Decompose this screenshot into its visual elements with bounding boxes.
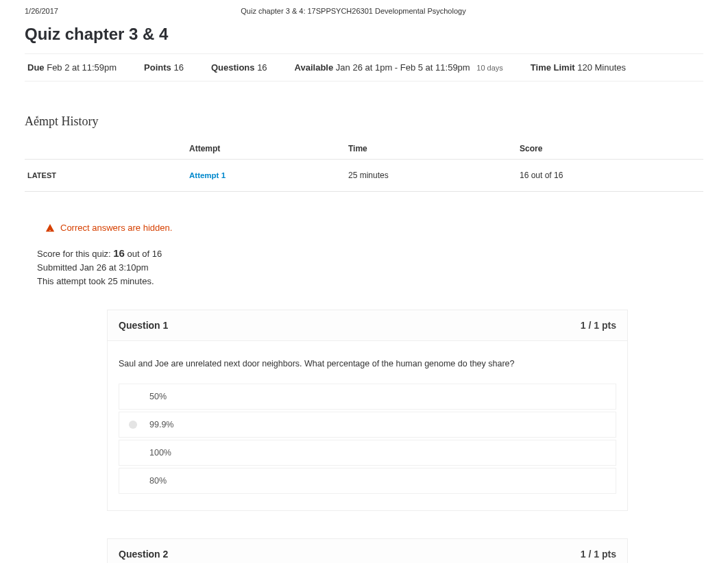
meta-available-value: Jan 26 at 1pm ­- Feb 5 at 11:59pm <box>336 62 470 73</box>
meta-points: Points 16 <box>144 62 184 73</box>
meta-timelimit: Time Limit 120 Minutes <box>531 62 626 73</box>
col-score: Score <box>517 138 703 160</box>
meta-due-label: Due <box>27 62 45 73</box>
duration-line: This attempt took 25 minutes. <box>37 275 703 288</box>
col-time: Time <box>345 138 517 160</box>
col-blank <box>25 138 186 160</box>
question-body: Saul and Joe are unrelated next door nei… <box>108 341 627 510</box>
hidden-answers-banner: Correct answers are hidden. <box>45 223 703 233</box>
score-suffix: out of 16 <box>125 249 162 259</box>
question-text: Saul and Joe are unrelated next door nei… <box>119 359 616 368</box>
meta-available: Available Jan 26 at 1pm ­- Feb 5 at 11:5… <box>295 62 503 73</box>
meta-available-label: Available <box>295 62 334 73</box>
attempt-time: 25 minutes <box>345 160 517 192</box>
meta-points-label: Points <box>144 62 171 73</box>
question-points: 1 / 1 pts <box>581 549 616 560</box>
answer-option[interactable]: 99.9% <box>119 412 616 438</box>
header-spacer <box>648 7 703 15</box>
question-card: Question 21 / 1 pts <box>107 538 628 563</box>
quiz-meta-bar: Due Feb 2 at 11:59pm Points 16 Questions… <box>25 53 703 82</box>
meta-timelimit-value: 120 Minutes <box>577 62 626 73</box>
warning-icon <box>45 223 55 233</box>
print-date: 1/26/2017 <box>25 7 58 15</box>
score-value: 16 <box>113 247 125 259</box>
latest-label: LATEST <box>25 160 186 192</box>
score-summary: Score for this quiz: 16 out of 16 Submit… <box>37 245 703 289</box>
meta-points-value: 16 <box>173 62 183 73</box>
meta-due: Due Feb 2 at 11:59pm <box>27 62 117 73</box>
answer-option[interactable]: 50% <box>119 384 616 410</box>
meta-due-value: Feb 2 at 11:59pm <box>47 62 117 73</box>
meta-available-sub: 10 days <box>476 64 503 72</box>
answer-list: 50%99.9%100%80% <box>119 384 616 494</box>
answer-option[interactable]: 100% <box>119 440 616 466</box>
submitted-line: Submitted Jan 26 at 3:10pm <box>37 261 703 275</box>
answer-option[interactable]: 80% <box>119 468 616 494</box>
attempt-link[interactable]: Attempt 1 <box>189 171 226 179</box>
question-title: Question 2 <box>119 549 168 560</box>
score-prefix: Score for this quiz: <box>37 249 113 259</box>
meta-questions-value: 16 <box>257 62 267 73</box>
attempt-history-table: Attempt Time Score LATEST Attempt 1 25 m… <box>25 138 703 192</box>
meta-questions: Questions 16 <box>211 62 267 73</box>
question-points: 1 / 1 pts <box>581 320 616 331</box>
meta-timelimit-label: Time Limit <box>531 62 575 73</box>
meta-questions-label: Questions <box>211 62 255 73</box>
hidden-answers-text: Correct answers are hidden. <box>60 223 172 233</box>
page-title: Quiz chapter 3 & 4 <box>25 25 703 44</box>
question-card: Question 11 / 1 ptsSaul and Joe are unre… <box>107 310 628 511</box>
attempt-history-heading: Aܽempt History <box>25 114 703 129</box>
attempt-score: 16 out of 16 <box>517 160 703 192</box>
col-attempt: Attempt <box>186 138 345 160</box>
print-title: Quiz chapter 3 & 4: 17SPPSYCH26301 Devel… <box>241 7 465 15</box>
table-row: LATEST Attempt 1 25 minutes 16 out of 16 <box>25 160 703 192</box>
question-title: Question 1 <box>119 320 168 331</box>
